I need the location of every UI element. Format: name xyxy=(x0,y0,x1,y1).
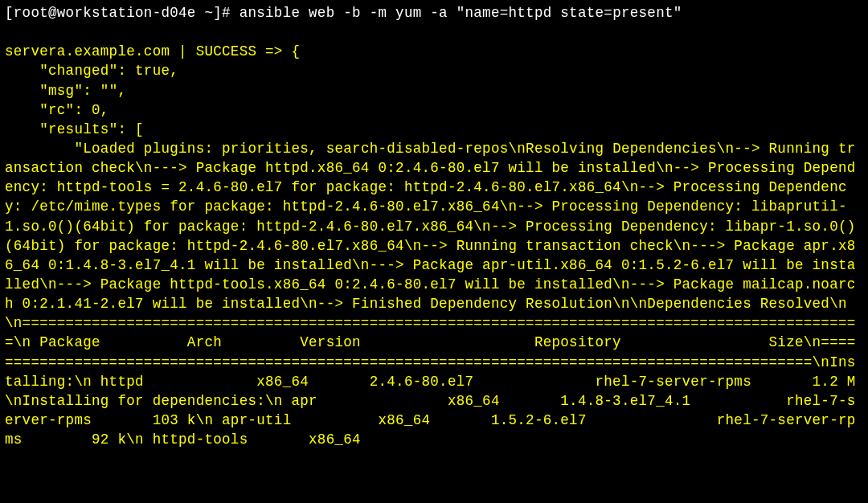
output-line-5: "Loaded plugins: priorities, search-disa… xyxy=(5,139,863,449)
output-line-4: "results": [ xyxy=(5,120,863,139)
output-line-2: "msg": "", xyxy=(5,81,863,100)
shell-prompt: [root@workstation-d04e ~]# xyxy=(5,5,240,21)
output-line-1: "changed": true, xyxy=(5,61,863,80)
prompt-line: [root@workstation-d04e ~]# ansible web -… xyxy=(5,3,863,22)
output-line-0: servera.example.com | SUCCESS => { xyxy=(5,42,863,61)
command-text[interactable]: ansible web -b -m yum -a "name=httpd sta… xyxy=(240,5,682,21)
output-line-3: "rc": 0, xyxy=(5,100,863,120)
blank-line xyxy=(5,22,863,42)
